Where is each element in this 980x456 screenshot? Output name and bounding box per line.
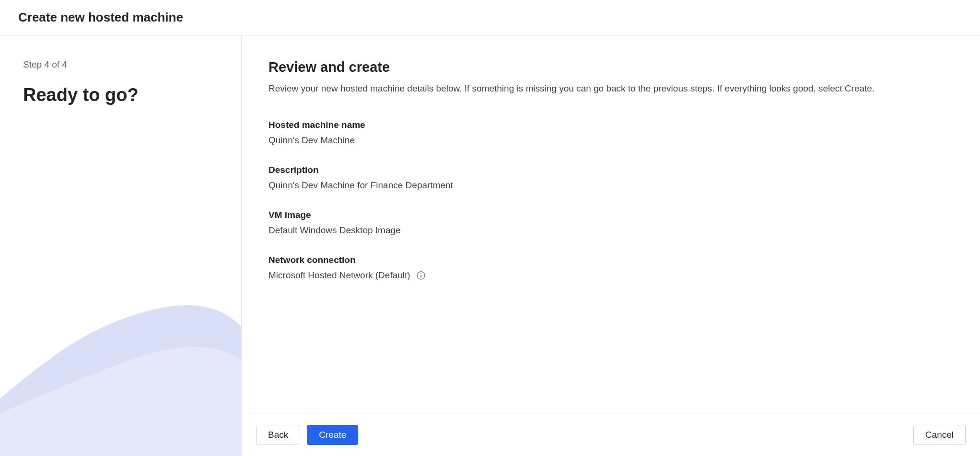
review-value-network: Microsoft Hosted Network (Default): [268, 270, 410, 281]
wave-decoration: [0, 264, 241, 456]
page-header: Create new hosted machine: [0, 0, 980, 35]
review-label-network: Network connection: [268, 255, 953, 265]
review-label-vm-image: VM image: [268, 210, 953, 220]
footer-right: Cancel: [913, 425, 966, 445]
review-value-vm-image: Default Windows Desktop Image: [268, 225, 953, 236]
review-description-section: Description Quinn's Dev Machine for Fina…: [268, 165, 953, 191]
review-value-description: Quinn's Dev Machine for Finance Departme…: [268, 180, 953, 191]
review-network: Network connection Microsoft Hosted Netw…: [268, 255, 953, 281]
step-indicator: Step 4 of 4: [23, 59, 218, 70]
footer-left: Back Create: [256, 425, 358, 445]
review-machine-name: Hosted machine name Quinn's Dev Machine: [268, 120, 953, 146]
wizard-footer: Back Create Cancel: [242, 413, 980, 456]
svg-rect-2: [420, 274, 421, 277]
page-title: Create new hosted machine: [18, 10, 183, 25]
review-value-machine-name: Quinn's Dev Machine: [268, 135, 953, 146]
step-heading: Ready to go?: [23, 84, 218, 106]
svg-point-1: [420, 273, 421, 274]
review-description: Review your new hosted machine details b…: [268, 82, 953, 96]
cancel-button[interactable]: Cancel: [913, 425, 966, 445]
wizard-sidebar: Step 4 of 4 Ready to go?: [0, 35, 242, 456]
review-vm-image: VM image Default Windows Desktop Image: [268, 210, 953, 236]
page-body: Step 4 of 4 Ready to go? Review and crea…: [0, 35, 980, 456]
back-button[interactable]: Back: [256, 425, 300, 445]
review-label-machine-name: Hosted machine name: [268, 120, 953, 130]
info-icon[interactable]: [416, 271, 426, 280]
wizard-main: Review and create Review your new hosted…: [242, 35, 980, 456]
review-value-network-row: Microsoft Hosted Network (Default): [268, 270, 953, 281]
review-heading: Review and create: [268, 59, 953, 75]
create-button[interactable]: Create: [307, 425, 358, 445]
review-label-description: Description: [268, 165, 953, 175]
